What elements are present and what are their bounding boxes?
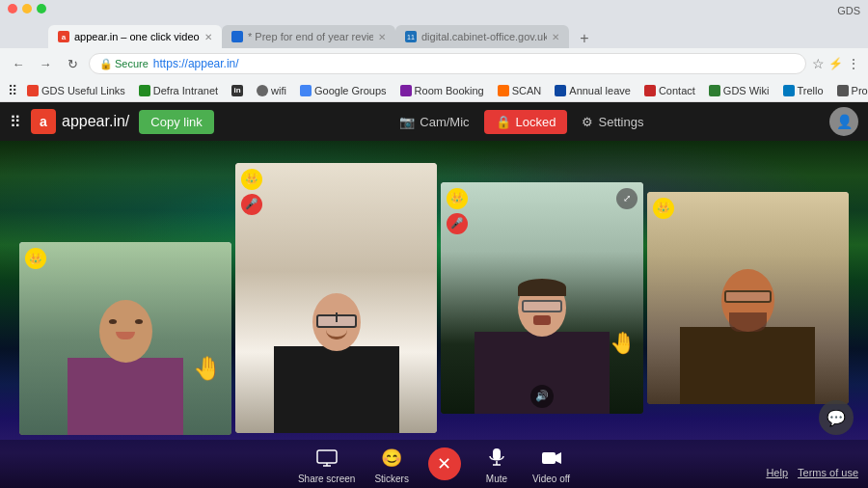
person3-head — [518, 279, 566, 337]
tab-appear[interactable]: a appear.in – one click video ... ✕ — [48, 25, 222, 48]
svg-marker-7 — [556, 452, 561, 464]
video-icon — [535, 445, 568, 472]
chat-bubble-button[interactable]: 💬 — [819, 400, 854, 435]
appear-logo: a appear.in/ — [31, 109, 129, 134]
maximize-window-btn[interactable] — [37, 4, 46, 14]
cam-mic-button[interactable]: 📷 Cam/Mic — [399, 115, 469, 129]
tab-favicon-prep — [231, 31, 243, 42]
leave-call-button[interactable]: ✕ — [428, 447, 461, 480]
person2-shape — [274, 293, 399, 433]
bookmark-num[interactable]: in — [226, 83, 249, 98]
settings-button[interactable]: ⚙ Settings — [582, 115, 643, 129]
tile4-crown-icon: 👑 — [653, 198, 674, 219]
avatar-icon: 👤 — [836, 114, 853, 129]
person4-shape — [680, 269, 815, 404]
bookmark-room-booking[interactable]: Room Booking — [394, 83, 490, 98]
bookmark-favicon-google — [300, 85, 312, 96]
tab-close-prep[interactable]: ✕ — [378, 32, 386, 42]
locked-button[interactable]: 🔒 Locked — [484, 110, 568, 134]
person1-bg: 🤚 — [19, 242, 231, 435]
user-avatar-container: 👤 — [829, 107, 858, 136]
bookmark-production[interactable]: Production — [831, 83, 868, 98]
tile2-crown-icon: 👑 — [241, 169, 262, 190]
bookmark-wifi[interactable]: wifi — [251, 83, 292, 98]
copy-link-button[interactable]: Copy link — [139, 110, 213, 134]
bookmark-scan[interactable]: SCAN — [492, 83, 548, 98]
address-icons: ☆ ⚡ ⋮ — [812, 56, 860, 71]
bookmark-annual-leave[interactable]: Annual leave — [549, 83, 637, 98]
bookmark-favicon-leave — [555, 85, 566, 96]
bookmark-favicon-wiki — [709, 85, 720, 96]
bookmark-google-groups[interactable]: Google Groups — [294, 83, 393, 98]
tab-favicon-gov: 11 — [405, 31, 417, 42]
terms-link[interactable]: Terms of use — [798, 467, 858, 478]
bookmark-favicon-num: in — [231, 85, 243, 96]
video-off-label: Video off — [532, 474, 570, 484]
stickers-button[interactable]: 😊 Stickers — [374, 445, 409, 484]
close-window-btn[interactable] — [8, 4, 17, 14]
apps-grid-bookmark[interactable]: ⠿ — [8, 83, 17, 98]
person3-bg: 🤚 — [441, 182, 642, 414]
person3-wave-hand: 🤚 — [610, 331, 636, 356]
bookmark-gds-useful-links[interactable]: GDS Useful Links — [21, 83, 131, 98]
person4-bg — [647, 192, 849, 404]
minimize-window-btn[interactable] — [22, 4, 32, 14]
stickers-label: Stickers — [374, 474, 409, 484]
video-tile-3: 🤚 👑 🎤 ⤢ 🔊 — [441, 182, 642, 414]
tile2-mute-icon: 🎤 — [241, 194, 262, 215]
new-tab-button[interactable]: + — [573, 29, 596, 48]
forward-button[interactable]: → — [35, 53, 56, 74]
user-avatar[interactable]: 👤 — [829, 107, 858, 136]
app-grid-icon[interactable]: ⠿ — [10, 113, 21, 131]
svg-rect-6 — [542, 452, 556, 464]
person1-body — [68, 358, 183, 435]
cam-mic-label: Cam/Mic — [420, 115, 469, 129]
app-bar-center: 📷 Cam/Mic 🔒 Locked ⚙ Settings — [224, 110, 820, 134]
video-area: 🤚 👑 👑 — [0, 141, 868, 488]
bookmark-trello[interactable]: Trello — [777, 83, 829, 98]
tab-label-appear: appear.in – one click video ... — [74, 31, 200, 42]
app-bar: ⠿ a appear.in/ Copy link 📷 Cam/Mic 🔒 Loc… — [0, 102, 868, 141]
bookmark-star-icon[interactable]: ☆ — [812, 56, 825, 71]
settings-label: Settings — [598, 115, 643, 129]
person2-bg — [235, 163, 437, 433]
share-screen-button[interactable]: Share screen — [298, 445, 355, 484]
url-bar[interactable]: 🔒 Secure https://appear.in/ — [89, 53, 806, 74]
settings-menu-icon[interactable]: ⋮ — [847, 56, 860, 71]
bookmark-favicon-scan — [498, 85, 509, 96]
person4-head — [721, 269, 774, 332]
tab-prep[interactable]: * Prep for end of year review ... ✕ — [222, 25, 395, 48]
title-bar: GDS — [0, 0, 868, 21]
tile3-expand-icon[interactable]: ⤢ — [616, 188, 637, 209]
back-button[interactable]: ← — [8, 53, 29, 74]
bookmark-contact[interactable]: Contact — [638, 83, 701, 98]
reload-button[interactable]: ↻ — [62, 53, 83, 74]
video-grid: 🤚 👑 👑 — [19, 160, 849, 435]
close-icon: ✕ — [437, 453, 451, 474]
tab-label-prep: * Prep for end of year review ... — [248, 31, 373, 42]
mute-label: Mute — [486, 474, 507, 484]
window-controls — [8, 4, 46, 14]
tab-favicon-appear: a — [58, 31, 69, 42]
tab-gov[interactable]: 11 digital.cabinet-office.gov.uk ... ✕ — [395, 25, 569, 48]
bookmark-favicon-contact — [644, 85, 656, 96]
site-name: appear.in/ — [62, 113, 129, 130]
bookmark-favicon-trello — [783, 85, 795, 96]
extensions-icon[interactable]: ⚡ — [828, 57, 843, 70]
video-tile-1: 🤚 👑 — [19, 242, 231, 435]
mute-button[interactable]: Mute — [480, 445, 513, 484]
share-screen-label: Share screen — [298, 474, 355, 484]
tile3-crown-icon: 👑 — [447, 188, 468, 209]
stickers-icon: 😊 — [375, 445, 408, 472]
video-tile-4: 👑 — [647, 192, 849, 404]
bookmark-defra-intranet[interactable]: Defra Intranet — [133, 83, 224, 98]
video-off-button[interactable]: Video off — [532, 445, 570, 484]
locked-label: Locked — [516, 115, 556, 129]
help-link[interactable]: Help — [766, 467, 788, 478]
tile3-speaker-icon: 🔊 — [530, 385, 554, 408]
tab-close-gov[interactable]: ✕ — [552, 32, 559, 42]
bookmark-gds-wiki[interactable]: GDS Wiki — [703, 83, 775, 98]
person2-body — [274, 346, 399, 433]
tab-close-appear[interactable]: ✕ — [204, 32, 212, 42]
gear-icon: ⚙ — [582, 115, 593, 129]
